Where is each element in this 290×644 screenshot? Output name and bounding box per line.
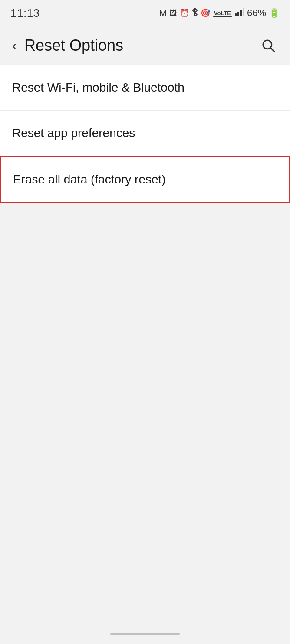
page-title: Reset Options bbox=[24, 36, 123, 55]
status-icons: M 🖼 ⏰ 🎯 VoLTE 66% 🔋 bbox=[159, 7, 280, 19]
battery-icon: 🔋 bbox=[269, 8, 280, 18]
bluetooth-icon bbox=[192, 8, 198, 19]
mail-icon: M bbox=[159, 8, 167, 18]
svg-rect-3 bbox=[243, 8, 244, 16]
menu-list: Reset Wi-Fi, mobile & Bluetooth Reset ap… bbox=[0, 65, 290, 203]
status-bar: 11:13 M 🖼 ⏰ 🎯 VoLTE 66% 🔋 bbox=[0, 0, 290, 26]
status-time: 11:13 bbox=[10, 7, 40, 20]
svg-rect-0 bbox=[235, 13, 237, 16]
battery-text: 66% bbox=[247, 7, 266, 19]
reset-app-label: Reset app preferences bbox=[12, 126, 135, 140]
bottom-nav-indicator bbox=[110, 633, 180, 635]
header-left: ‹ Reset Options bbox=[12, 36, 123, 55]
signal-icon bbox=[235, 8, 244, 18]
erase-data-item[interactable]: Erase all data (factory reset) bbox=[0, 156, 290, 203]
search-icon bbox=[261, 38, 276, 53]
page-header: ‹ Reset Options bbox=[0, 26, 290, 65]
erase-data-label: Erase all data (factory reset) bbox=[13, 173, 166, 186]
search-button[interactable] bbox=[259, 36, 278, 55]
alarm-icon: ⏰ bbox=[180, 8, 189, 18]
reset-wifi-label: Reset Wi-Fi, mobile & Bluetooth bbox=[12, 81, 185, 94]
back-button[interactable]: ‹ bbox=[12, 38, 16, 53]
volte-icon: VoLTE bbox=[213, 10, 232, 17]
svg-rect-1 bbox=[237, 12, 239, 16]
image-icon: 🖼 bbox=[169, 9, 177, 18]
location-icon: 🎯 bbox=[201, 8, 210, 18]
reset-wifi-item[interactable]: Reset Wi-Fi, mobile & Bluetooth bbox=[0, 65, 290, 111]
svg-rect-2 bbox=[240, 10, 242, 16]
reset-app-item[interactable]: Reset app preferences bbox=[0, 111, 290, 156]
svg-line-5 bbox=[270, 48, 274, 52]
